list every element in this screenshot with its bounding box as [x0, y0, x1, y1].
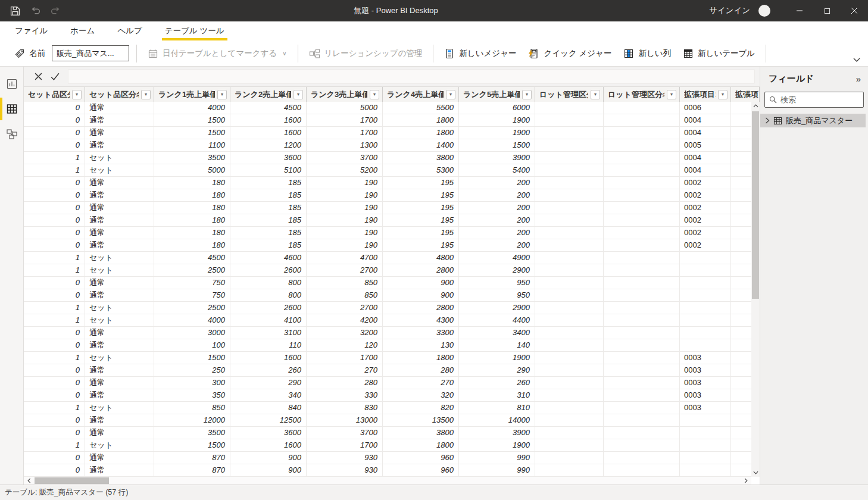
cell[interactable]: 通常	[85, 227, 154, 239]
cell[interactable]	[535, 339, 604, 352]
cell[interactable]: 930	[307, 452, 383, 464]
cell[interactable]: 4600	[230, 252, 307, 264]
manage-relationships-button[interactable]: リレーションシップの管理	[305, 46, 426, 61]
cell[interactable]	[535, 289, 604, 302]
cell[interactable]	[604, 139, 680, 152]
cell[interactable]: 190	[307, 189, 383, 202]
cell[interactable]	[680, 464, 731, 477]
cell[interactable]	[604, 152, 680, 164]
cell[interactable]: 1	[24, 314, 85, 327]
cell[interactable]: 300	[154, 377, 230, 389]
cell[interactable]	[535, 277, 604, 289]
cell[interactable]: 6000	[459, 102, 535, 114]
cell[interactable]	[604, 252, 680, 264]
cell[interactable]: 13000	[307, 414, 383, 427]
cell[interactable]: 195	[383, 227, 459, 239]
cell[interactable]: 3500	[154, 427, 230, 439]
cell[interactable]: 190	[307, 177, 383, 189]
cell[interactable]: 830	[307, 402, 383, 414]
cell[interactable]: 1	[24, 252, 85, 264]
cell[interactable]	[680, 277, 731, 289]
cell[interactable]: 185	[230, 214, 307, 227]
column-header-0[interactable]: セット品区分▾	[24, 87, 85, 102]
cell[interactable]: 0	[24, 464, 85, 477]
cell[interactable]: 120	[307, 339, 383, 352]
cell[interactable]: 990	[459, 452, 535, 464]
cell[interactable]: 0002	[680, 177, 731, 189]
cell[interactable]	[680, 339, 731, 352]
column-header-4[interactable]: ランク3売上単価▾	[307, 87, 383, 102]
cell[interactable]: 110	[230, 339, 307, 352]
cell[interactable]: 200	[459, 214, 535, 227]
cell[interactable]: 1900	[459, 352, 535, 364]
cell[interactable]: 2700	[307, 264, 383, 277]
cell[interactable]: 通常	[85, 277, 154, 289]
cell[interactable]	[604, 264, 680, 277]
cell[interactable]: 270	[383, 377, 459, 389]
cell[interactable]: 0	[24, 339, 85, 352]
column-filter-button[interactable]: ▾	[370, 90, 379, 99]
cell[interactable]: 1700	[307, 439, 383, 452]
cell[interactable]	[535, 314, 604, 327]
cell[interactable]: 870	[154, 452, 230, 464]
cell[interactable]: 通常	[85, 427, 154, 439]
cell[interactable]: 850	[307, 289, 383, 302]
cell[interactable]: 195	[383, 202, 459, 214]
column-filter-button[interactable]: ▾	[667, 90, 676, 99]
cell[interactable]: 4400	[459, 314, 535, 327]
cell[interactable]	[680, 327, 731, 339]
cell[interactable]: 1	[24, 402, 85, 414]
cell[interactable]: 1500	[154, 114, 230, 127]
cell[interactable]: 0004	[680, 114, 731, 127]
cell[interactable]: 250	[154, 364, 230, 377]
cell[interactable]: 280	[383, 364, 459, 377]
cell[interactable]: 5400	[459, 164, 535, 177]
cell[interactable]: 290	[459, 364, 535, 377]
cell[interactable]: 5200	[307, 164, 383, 177]
cell[interactable]	[604, 464, 680, 477]
cell[interactable]: セット	[85, 302, 154, 314]
cell[interactable]	[680, 414, 731, 427]
column-filter-button[interactable]: ▾	[522, 90, 532, 99]
cell[interactable]	[604, 302, 680, 314]
cell[interactable]: 200	[459, 177, 535, 189]
cell[interactable]	[535, 364, 604, 377]
cell[interactable]	[604, 289, 680, 302]
horizontal-scrollbar-thumb[interactable]	[35, 477, 109, 484]
cell[interactable]: 4000	[154, 102, 230, 114]
cell[interactable]: 0	[24, 427, 85, 439]
cell[interactable]: 950	[459, 277, 535, 289]
cell[interactable]: 950	[459, 289, 535, 302]
sign-in-button[interactable]: サインイン	[709, 5, 750, 16]
cell[interactable]: 通常	[85, 102, 154, 114]
cell[interactable]: 0	[24, 127, 85, 139]
cell[interactable]: 900	[230, 464, 307, 477]
cell[interactable]: 750	[154, 289, 230, 302]
cell[interactable]	[604, 352, 680, 364]
cell[interactable]	[535, 464, 604, 477]
cell[interactable]: 通常	[85, 214, 154, 227]
new-table-button[interactable]: 新しいテーブル	[679, 46, 758, 61]
cell[interactable]: 190	[307, 239, 383, 252]
cell[interactable]: 185	[230, 189, 307, 202]
quick-measure-button[interactable]: クイック メジャー	[524, 46, 615, 61]
cell[interactable]: 0	[24, 139, 85, 152]
cell[interactable]: 260	[230, 364, 307, 377]
cell[interactable]: 2500	[154, 264, 230, 277]
cell[interactable]: 0	[24, 414, 85, 427]
cell[interactable]: 3700	[307, 427, 383, 439]
cell[interactable]: 180	[154, 214, 230, 227]
cell[interactable]: 1700	[307, 127, 383, 139]
cell[interactable]: セット	[85, 439, 154, 452]
cell[interactable]: 2700	[307, 302, 383, 314]
maximize-button[interactable]	[813, 0, 841, 21]
cell[interactable]: 4500	[154, 252, 230, 264]
cell[interactable]: 1100	[154, 139, 230, 152]
cell[interactable]: 3800	[383, 152, 459, 164]
cell[interactable]: 930	[307, 464, 383, 477]
tab-help[interactable]: ヘルプ	[106, 21, 153, 40]
cell[interactable]: 5100	[230, 164, 307, 177]
scroll-up-icon[interactable]	[751, 102, 760, 110]
cell[interactable]: 1900	[459, 114, 535, 127]
cell[interactable]: 通常	[85, 127, 154, 139]
